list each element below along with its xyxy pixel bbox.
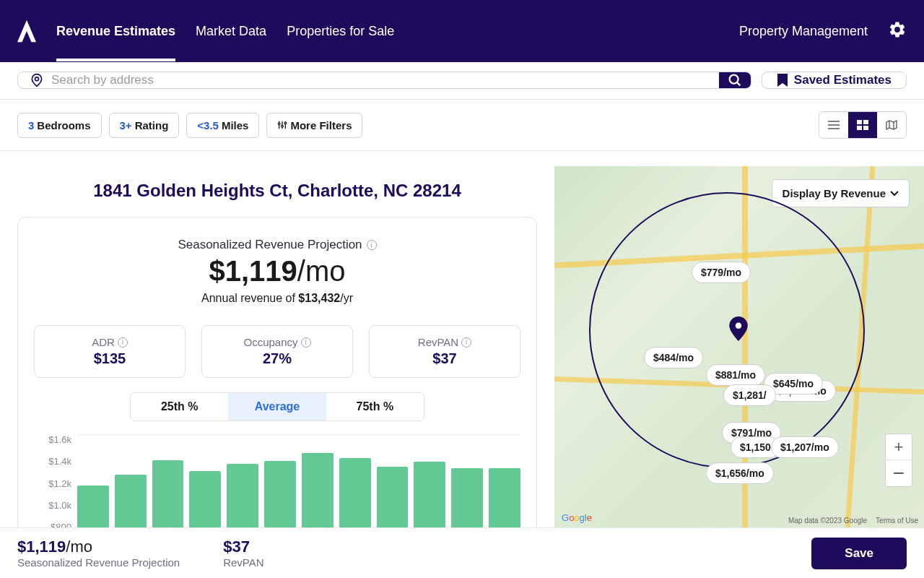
srp-annual: Annual revenue of $13,432/yr	[34, 292, 520, 305]
chevron-down-icon	[890, 191, 899, 197]
chart-bar	[115, 475, 147, 527]
metric-adr: ADR i $135	[34, 325, 186, 378]
tab-average[interactable]: Average	[228, 393, 326, 420]
view-list-button[interactable]	[819, 112, 848, 138]
map-attribution: Map data ©2023 GoogleTerms of Use	[788, 517, 918, 525]
nav-market-data[interactable]: Market Data	[196, 1, 266, 61]
metric-revpan: RevPAN i $37	[369, 325, 520, 378]
chart-bar	[152, 460, 184, 527]
sliders-icon	[277, 120, 287, 130]
map-price-pill[interactable]: $1,656/mo	[706, 462, 774, 484]
location-icon	[30, 73, 44, 87]
bottom-bar: $1,119/mo Seasonalized Revenue Projectio…	[0, 527, 924, 578]
svg-point-0	[35, 77, 39, 81]
tab-75th[interactable]: 75th %	[326, 393, 424, 420]
saved-estimates-label: Saved Estimates	[794, 73, 892, 87]
save-button[interactable]: Save	[811, 538, 907, 569]
search-button[interactable]	[719, 72, 751, 88]
filters-row: 3 Bedrooms 3+ Rating <3.5 Miles More Fil…	[0, 100, 924, 151]
info-icon[interactable]: i	[367, 240, 377, 250]
map-price-pill[interactable]: $881/mo	[706, 364, 765, 386]
content: 1841 Golden Heights Ct, Charlotte, NC 28…	[0, 166, 924, 527]
metric-occupancy: Occupancy i 27%	[201, 325, 353, 378]
svg-rect-13	[863, 120, 868, 124]
svg-rect-15	[863, 126, 868, 130]
map-zoom-controls: + −	[885, 434, 912, 487]
map-price-pill[interactable]: $484/mo	[644, 347, 703, 368]
search-container	[17, 72, 751, 89]
percentile-tabs: 25th % Average 75th %	[130, 392, 424, 421]
search-icon	[727, 72, 743, 88]
srp-value: $1,119/mo	[34, 255, 520, 288]
chart-bar	[414, 462, 445, 527]
nav-properties-for-sale[interactable]: Properties for Sale	[287, 1, 394, 61]
chart-bars	[77, 434, 520, 527]
chart-bar	[377, 467, 409, 527]
map-display-dropdown[interactable]: Display By Revenue	[772, 179, 910, 207]
bb-revpan: $37 RevPAN	[223, 538, 263, 569]
svg-point-1	[730, 75, 738, 84]
svg-line-2	[737, 82, 740, 85]
revenue-chart: $1.6k$1.4k$1.2k$1.0k$800	[34, 434, 520, 527]
view-split-button[interactable]	[848, 112, 877, 138]
chart-bar	[77, 486, 109, 528]
nav-revenue-estimates[interactable]: Revenue Estimates	[56, 1, 175, 61]
info-icon[interactable]: i	[118, 337, 128, 348]
map-price-pill[interactable]: $779/mo	[692, 262, 751, 283]
view-switch	[819, 111, 907, 139]
nav-property-management[interactable]: Property Management	[739, 24, 868, 39]
filter-bedrooms[interactable]: 3 Bedrooms	[17, 113, 102, 138]
chart-bar	[227, 464, 258, 527]
zoom-out-button[interactable]: −	[886, 460, 912, 486]
property-address: 1841 Golden Heights Ct, Charlotte, NC 28…	[17, 181, 537, 201]
map-price-pill[interactable]: $1,207/mo	[771, 436, 839, 458]
chart-bar	[264, 461, 296, 527]
map-center-pin	[729, 316, 748, 344]
left-pane: 1841 Golden Heights Ct, Charlotte, NC 28…	[0, 166, 554, 527]
info-icon[interactable]: i	[461, 337, 471, 348]
google-logo: Google	[562, 512, 592, 523]
chart-bar	[489, 468, 520, 527]
chart-bar	[339, 458, 371, 527]
list-icon	[828, 120, 840, 130]
svg-point-6	[279, 123, 281, 125]
chart-y-axis: $1.6k$1.4k$1.2k$1.0k$800	[34, 434, 71, 527]
svg-rect-14	[857, 126, 862, 130]
map-icon	[886, 120, 897, 130]
map-price-pill[interactable]: $1,281/	[723, 384, 776, 406]
view-map-button[interactable]	[877, 112, 906, 138]
chart-bar	[451, 468, 483, 527]
search-row: Saved Estimates	[0, 62, 924, 100]
zoom-in-button[interactable]: +	[886, 434, 912, 460]
tab-25th[interactable]: 25th %	[131, 393, 228, 420]
info-icon[interactable]: i	[301, 337, 311, 348]
chart-bar	[302, 453, 334, 527]
svg-rect-12	[857, 120, 862, 124]
filter-more[interactable]: More Filters	[266, 113, 362, 138]
svg-point-18	[736, 323, 742, 329]
map-pane[interactable]: Display By Revenue $779/mo$484/mo$881/mo…	[554, 166, 924, 527]
filter-rating[interactable]: 3+ Rating	[109, 113, 180, 138]
bookmark-icon	[777, 74, 788, 87]
chart-bar	[189, 471, 221, 527]
svg-point-7	[282, 125, 284, 127]
settings-icon[interactable]	[888, 20, 907, 42]
search-input[interactable]	[51, 73, 707, 87]
top-nav: Revenue Estimates Market Data Properties…	[0, 0, 924, 62]
logo[interactable]	[17, 20, 36, 43]
filter-miles[interactable]: <3.5 Miles	[186, 113, 259, 138]
bb-srp: $1,119/mo Seasonalized Revenue Projectio…	[17, 538, 180, 569]
revenue-card: Seasonalized Revenue Projection i $1,119…	[17, 217, 537, 527]
svg-point-8	[285, 122, 287, 124]
split-icon	[857, 120, 868, 130]
srp-title: Seasonalized Revenue Projection i	[178, 238, 376, 252]
saved-estimates-button[interactable]: Saved Estimates	[762, 72, 907, 89]
